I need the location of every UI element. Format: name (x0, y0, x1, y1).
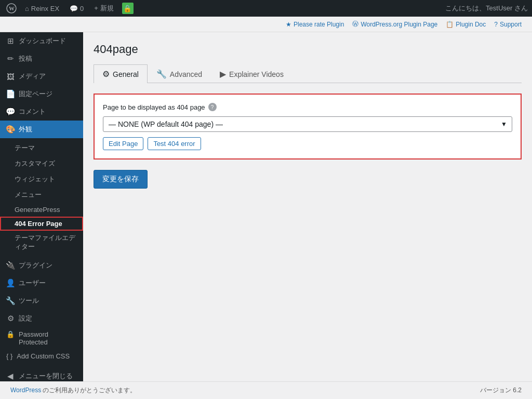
media-icon: 🖼 (6, 72, 15, 81)
tools-label: ツール (19, 296, 39, 305)
sidebar: ⊞ ダッシュボード ✏ 投稿 🖼 メディア 📄 固定ページ (0, 32, 83, 381)
tab-advanced-label: Advanced (170, 70, 202, 78)
lock-icon: 🔒 (6, 330, 15, 338)
users-label: ユーザー (19, 278, 46, 288)
wordpress-link[interactable]: WordPress (10, 387, 41, 394)
section-label: Page to be displayed as 404 page ? (103, 103, 512, 111)
gear-icon: ⚙ (102, 69, 110, 79)
sidebar-item-tools[interactable]: 🔧 ツール (0, 292, 83, 310)
plugin-doc-link[interactable]: 📋 Plugin Doc (446, 21, 486, 28)
sidebar-sub-customize[interactable]: カスタマイズ (0, 156, 83, 171)
sidebar-item-collapse[interactable]: ◀ メニューを閉じる (0, 367, 83, 381)
appearance-icon: 🎨 (6, 125, 15, 134)
top-bar-left: W ⌂ Reinx EX 💬 0 + 新規 🔒 (4, 1, 445, 16)
dashboard-label: ダッシュボード (19, 36, 66, 46)
sidebar-item-plugins[interactable]: 🔌 プラグイン (0, 257, 83, 274)
top-bar-right: こんにちは、TestUser さん (445, 4, 528, 13)
wp-circle-icon: Ⓦ (352, 20, 358, 29)
star-icon: ★ (286, 21, 291, 28)
sidebar-sub-widget[interactable]: ウィジェット (0, 171, 83, 187)
new-button-label: + 新規 (94, 4, 113, 13)
tab-explainer-label: Explainer Videos (229, 70, 284, 78)
collapse-label: メニューを閉じる (19, 371, 73, 381)
help-icon[interactable]: ? (208, 103, 217, 111)
pages-label: 固定ページ (19, 89, 52, 99)
comment-count[interactable]: 💬 0 (65, 5, 88, 12)
page-select-wrap: — NONE (WP default 404 page) — ▼ (103, 116, 512, 132)
comment-number: 0 (80, 5, 84, 12)
sidebar-sub-menu[interactable]: メニュー (0, 187, 83, 203)
sidebar-item-password-protected[interactable]: 🔒 Password Protected (0, 327, 83, 349)
version-text: バージョン 6.2 (480, 386, 522, 395)
page-title: 404page (94, 43, 522, 56)
wp-org-link[interactable]: Ⓦ WordPress.org Plugin Page (352, 20, 437, 29)
posts-label: 投稿 (19, 54, 32, 63)
appearance-submenu: テーマ カスタマイズ ウィジェット メニュー GeneratePress 404… (0, 138, 83, 257)
greeting-text: こんにちは、TestUser さん (445, 4, 528, 13)
collapse-icon: ◀ (6, 372, 15, 380)
comments-icon: 💬 (6, 108, 15, 116)
home-icon: ⌂ (25, 5, 29, 12)
sidebar-item-dashboard[interactable]: ⊞ ダッシュボード (0, 32, 83, 50)
settings-label: 設定 (19, 314, 32, 323)
doc-icon: 📋 (446, 21, 454, 28)
tools-icon: 🔧 (6, 297, 15, 305)
plugins-label: プラグイン (19, 261, 52, 270)
sidebar-menu: ⊞ ダッシュボード ✏ 投稿 🖼 メディア 📄 固定ページ (0, 32, 83, 381)
test-404-button[interactable]: Test 404 error (148, 137, 201, 150)
admin-bar-links: ★ Please rate Plugin Ⓦ WordPress.org Plu… (0, 17, 532, 32)
page-select[interactable]: — NONE (WP default 404 page) — (103, 116, 512, 132)
pages-icon: 📄 (6, 90, 15, 98)
section-box: Page to be displayed as 404 page ? — NON… (94, 94, 522, 159)
sidebar-item-custom-css[interactable]: { } Add Custom CSS (0, 349, 83, 363)
action-buttons: Edit Page Test 404 error (103, 137, 512, 150)
save-button[interactable]: 変更を保存 (94, 170, 148, 189)
tab-advanced[interactable]: 🔧 Advanced (148, 64, 211, 83)
sidebar-item-pages[interactable]: 📄 固定ページ (0, 85, 83, 103)
sidebar-sub-generatepress[interactable]: GeneratePress (0, 203, 83, 217)
support-link[interactable]: ? Support (494, 21, 522, 28)
comment-icon: 💬 (70, 5, 78, 12)
question-icon: ? (494, 21, 498, 28)
sidebar-sub-404[interactable]: 404 Error Page (0, 217, 83, 231)
edit-page-button[interactable]: Edit Page (103, 137, 143, 150)
tab-explainer-videos[interactable]: ▶ Explainer Videos (211, 64, 292, 83)
main-layout: ⊞ ダッシュボード ✏ 投稿 🖼 メディア 📄 固定ページ (0, 32, 532, 381)
sidebar-sub-theme[interactable]: テーマ (0, 140, 83, 156)
top-bar: W ⌂ Reinx EX 💬 0 + 新規 🔒 こんにちは、TestUser さ… (0, 0, 532, 17)
appearance-label: 外観 (19, 125, 32, 134)
section-label-text: Page to be displayed as 404 page (103, 103, 205, 111)
sidebar-item-appearance[interactable]: 🎨 外観 (0, 121, 83, 138)
css-icon: { } (6, 352, 12, 360)
content-area: 404page ⚙ General 🔧 Advanced ▶ Explainer… (83, 32, 532, 381)
password-protected-label: Password Protected (19, 330, 77, 346)
site-name[interactable]: ⌂ Reinx EX (21, 5, 63, 12)
site-name-label: Reinx EX (31, 5, 59, 12)
media-label: メディア (19, 72, 46, 81)
footer-text: WordPress のご利用ありがとうございます。 (10, 386, 136, 395)
settings-icon: ⚙ (6, 314, 15, 323)
new-button[interactable]: + 新規 (90, 4, 117, 13)
posts-icon: ✏ (6, 55, 15, 63)
wp-logo[interactable]: W (4, 1, 19, 16)
plugins-icon: 🔌 (6, 261, 15, 270)
wrench-icon: 🔧 (156, 69, 167, 79)
tabs-container: ⚙ General 🔧 Advanced ▶ Explainer Videos (94, 64, 522, 83)
tab-general[interactable]: ⚙ General (94, 64, 148, 83)
comments-label: コメント (19, 107, 46, 116)
footer-suffix: のご利用ありがとうございます。 (43, 387, 136, 394)
sidebar-item-comments[interactable]: 💬 コメント (0, 103, 83, 121)
sidebar-sub-theme-editor[interactable]: テーマファイルエディター (0, 231, 83, 255)
sidebar-item-posts[interactable]: ✏ 投稿 (0, 50, 83, 68)
rate-plugin-link[interactable]: ★ Please rate Plugin (286, 21, 344, 28)
tab-general-label: General (113, 70, 139, 78)
sidebar-item-media[interactable]: 🖼 メディア (0, 68, 83, 85)
users-icon: 👤 (6, 279, 15, 287)
footer: WordPress のご利用ありがとうございます。 バージョン 6.2 (0, 381, 532, 399)
sidebar-item-settings[interactable]: ⚙ 設定 (0, 310, 83, 327)
svg-text:W: W (9, 5, 15, 11)
dashboard-icon: ⊞ (6, 37, 15, 45)
video-icon: ▶ (220, 69, 226, 79)
security-button[interactable]: 🔒 (122, 3, 134, 14)
sidebar-item-users[interactable]: 👤 ユーザー (0, 274, 83, 292)
